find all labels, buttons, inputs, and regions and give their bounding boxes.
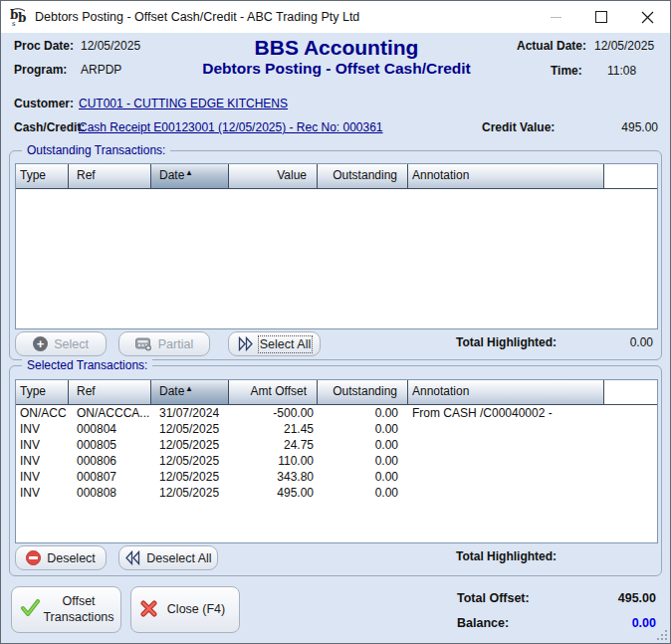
cell-outstanding: 0.00 xyxy=(318,405,408,421)
column-header-annotation[interactable]: Annotation xyxy=(408,164,604,188)
cell-amount: -500.00 xyxy=(229,405,318,421)
offset-transactions-button[interactable]: Offset Transactions xyxy=(11,586,121,633)
cell-annotation xyxy=(408,421,604,437)
selected-table-header: Type Ref Date▲ Amt Offset Outstanding An… xyxy=(16,380,657,405)
total-offset-value: 495.00 xyxy=(559,591,656,605)
column-header-amt-offset[interactable]: Amt Offset xyxy=(229,380,318,404)
table-row[interactable]: INV 000806 12/05/2025 110.00 0.00 xyxy=(16,453,657,469)
table-row[interactable]: INV 000808 12/05/2025 495.00 0.00 xyxy=(16,485,657,501)
close-window-button[interactable] xyxy=(624,1,670,33)
cell-ref: 000807 xyxy=(69,469,151,485)
time-label: Time: xyxy=(551,64,582,78)
selected-table: Type Ref Date▲ Amt Offset Outstanding An… xyxy=(15,379,658,543)
total-offset-label: Total Offset: xyxy=(457,591,530,605)
column-header-date[interactable]: Date▲ xyxy=(151,380,229,404)
selected-group-label: Selected Transactions: xyxy=(22,358,152,372)
cell-amount: 495.00 xyxy=(229,485,318,501)
column-header-date[interactable]: Date▲ xyxy=(151,164,229,188)
cash-credit-label: Cash/Credit: xyxy=(14,120,85,134)
table-row[interactable]: INV 000807 12/05/2025 343.80 0.00 xyxy=(16,469,657,485)
outstanding-group: Outstanding Transactions: Type Ref Date▲… xyxy=(9,150,662,360)
cell-amount: 343.80 xyxy=(229,469,318,485)
outstanding-total-highlighted-value: 0.00 xyxy=(567,335,653,349)
outstanding-table: Type Ref Date▲ Value Outstanding Annotat… xyxy=(15,163,658,329)
select-plus-icon: + xyxy=(33,336,48,351)
deselect-all-button[interactable]: Deselect All xyxy=(118,545,218,570)
cash-credit-link[interactable]: Cash Receipt E00123001 (12/05/2025) - Re… xyxy=(79,120,383,134)
maximize-button[interactable] xyxy=(578,1,624,33)
cell-annotation xyxy=(408,453,604,469)
select-all-button[interactable]: Select All xyxy=(228,331,321,356)
balance-value: 0.00 xyxy=(559,616,656,630)
window: b b s Debtors Posting - Offset Cash/Cred… xyxy=(0,0,671,644)
column-header-annotation[interactable]: Annotation xyxy=(408,380,604,404)
cell-ref: 000806 xyxy=(69,453,151,469)
cell-ref: 000804 xyxy=(69,421,151,437)
column-header-type[interactable]: Type xyxy=(16,380,69,404)
column-header-ref[interactable]: Ref xyxy=(69,164,151,188)
cell-type: INV xyxy=(16,469,69,485)
selected-group: Selected Transactions: Type Ref Date▲ Am… xyxy=(9,365,662,576)
cell-annotation: From CASH /C00040002 - xyxy=(408,405,604,421)
resize-grip[interactable] xyxy=(657,630,667,640)
cell-type: ON/ACC xyxy=(16,405,69,421)
partial-icon xyxy=(135,337,152,351)
actual-date-label: Actual Date: xyxy=(517,39,586,53)
actual-date-value: 12/05/2025 xyxy=(594,39,654,53)
column-header-outstanding[interactable]: Outstanding xyxy=(318,164,408,188)
double-chevron-left-icon xyxy=(124,550,140,565)
outstanding-table-header: Type Ref Date▲ Value Outstanding Annotat… xyxy=(16,164,657,189)
cell-date: 12/05/2025 xyxy=(151,421,229,437)
maximize-icon xyxy=(595,11,607,23)
cell-date: 12/05/2025 xyxy=(151,485,229,501)
column-header-filler xyxy=(604,164,657,188)
check-icon xyxy=(21,599,41,620)
partial-button: Partial xyxy=(118,331,210,356)
svg-text:s: s xyxy=(12,20,16,27)
cell-amount: 21.45 xyxy=(229,421,318,437)
table-row[interactable]: ON/ACC ON/ACCCA... 31/07/2024 -500.00 0.… xyxy=(16,405,657,421)
column-header-filler xyxy=(604,380,657,404)
minimize-icon xyxy=(551,17,561,18)
column-header-outstanding[interactable]: Outstanding xyxy=(318,380,408,404)
no-entry-icon xyxy=(26,550,41,565)
cell-ref: ON/ACCCA... xyxy=(69,405,151,421)
cell-ref: 000808 xyxy=(69,485,151,501)
time-value: 11:08 xyxy=(607,64,636,78)
double-chevron-right-icon xyxy=(238,336,254,351)
cell-amount: 110.00 xyxy=(229,453,318,469)
cell-type: INV xyxy=(16,485,69,501)
customer-link[interactable]: CUT001 - CUTTING EDGE KITCHENS xyxy=(79,97,288,110)
sort-ascending-icon: ▲ xyxy=(185,164,193,184)
app-icon: b b s xyxy=(9,7,29,27)
select-button: + Select xyxy=(15,331,107,356)
deselect-button[interactable]: Deselect xyxy=(15,545,107,570)
table-row[interactable]: INV 000805 12/05/2025 24.75 0.00 xyxy=(16,437,657,453)
window-title: Debtors Posting - Offset Cash/Credit - A… xyxy=(35,10,359,24)
cell-type: INV xyxy=(16,453,69,469)
cell-annotation xyxy=(408,485,604,501)
close-icon xyxy=(641,11,654,24)
window-controls xyxy=(533,1,670,33)
outstanding-total-highlighted-label: Total Highlighted: xyxy=(456,335,557,349)
sort-ascending-icon: ▲ xyxy=(185,380,193,400)
cell-annotation xyxy=(408,469,604,485)
customer-label: Customer: xyxy=(14,97,74,110)
cell-outstanding: 0.00 xyxy=(318,437,408,453)
cell-date: 12/05/2025 xyxy=(151,469,229,485)
column-header-ref[interactable]: Ref xyxy=(69,380,151,404)
svg-text:b: b xyxy=(18,11,26,25)
column-header-type[interactable]: Type xyxy=(16,164,69,188)
column-header-value[interactable]: Value xyxy=(229,164,318,188)
cell-amount: 24.75 xyxy=(229,437,318,453)
credit-value: 495.00 xyxy=(588,120,658,134)
cell-outstanding: 0.00 xyxy=(318,453,408,469)
table-row[interactable]: INV 000804 12/05/2025 21.45 0.00 xyxy=(16,421,657,437)
close-button[interactable]: Close (F4) xyxy=(130,586,240,633)
cell-date: 12/05/2025 xyxy=(151,437,229,453)
cell-outstanding: 0.00 xyxy=(318,421,408,437)
cell-outstanding: 0.00 xyxy=(318,469,408,485)
cell-annotation xyxy=(408,437,604,453)
balance-label: Balance: xyxy=(457,616,509,630)
cell-date: 12/05/2025 xyxy=(151,453,229,469)
